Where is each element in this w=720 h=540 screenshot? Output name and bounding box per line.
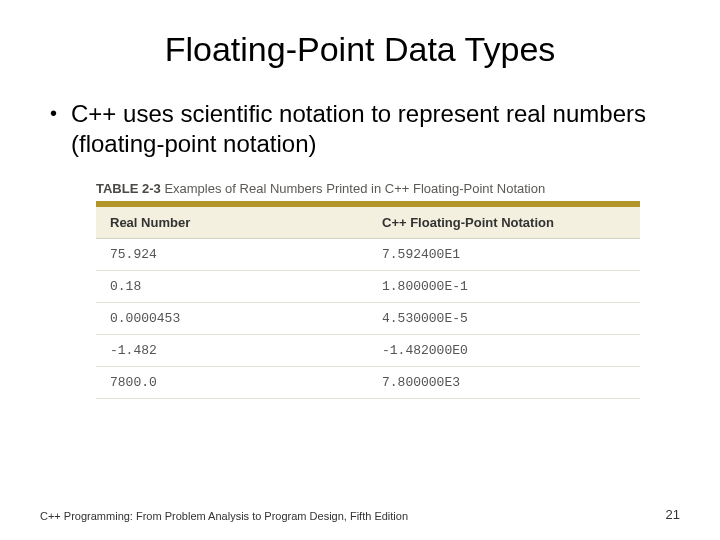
cell-fp: 7.592400E1 [368,239,640,271]
bullet-dot-icon: • [50,99,57,127]
table-block: TABLE 2-3 Examples of Real Numbers Print… [96,181,640,399]
table-row: -1.482 -1.482000E0 [96,335,640,367]
cell-real: 75.924 [96,239,368,271]
slide-title: Floating-Point Data Types [40,30,680,69]
table-caption-label: TABLE 2-3 [96,181,161,196]
bullet-text: C++ uses scientific notation to represen… [71,99,680,159]
table-caption-text: Examples of Real Numbers Printed in C++ … [164,181,545,196]
slide: Floating-Point Data Types • C++ uses sci… [0,0,720,540]
table-row: 0.0000453 4.530000E-5 [96,303,640,335]
bullet-list: • C++ uses scientific notation to repres… [40,99,680,159]
table-row: 0.18 1.800000E-1 [96,271,640,303]
table-caption: TABLE 2-3 Examples of Real Numbers Print… [96,181,640,196]
cell-fp: 1.800000E-1 [368,271,640,303]
slide-footer: C++ Programming: From Problem Analysis t… [40,507,680,522]
footer-text: C++ Programming: From Problem Analysis t… [40,510,408,522]
table-row: 7800.0 7.800000E3 [96,367,640,399]
cell-fp: -1.482000E0 [368,335,640,367]
table-head-real: Real Number [96,207,368,239]
bullet-item: • C++ uses scientific notation to repres… [50,99,680,159]
fp-table: Real Number C++ Floating-Point Notation … [96,201,640,399]
cell-real: 0.18 [96,271,368,303]
table-header-row: Real Number C++ Floating-Point Notation [96,207,640,239]
cell-real: 0.0000453 [96,303,368,335]
cell-fp: 4.530000E-5 [368,303,640,335]
cell-real: 7800.0 [96,367,368,399]
table-row: 75.924 7.592400E1 [96,239,640,271]
page-number: 21 [666,507,680,522]
cell-real: -1.482 [96,335,368,367]
cell-fp: 7.800000E3 [368,367,640,399]
table-head-fp: C++ Floating-Point Notation [368,207,640,239]
